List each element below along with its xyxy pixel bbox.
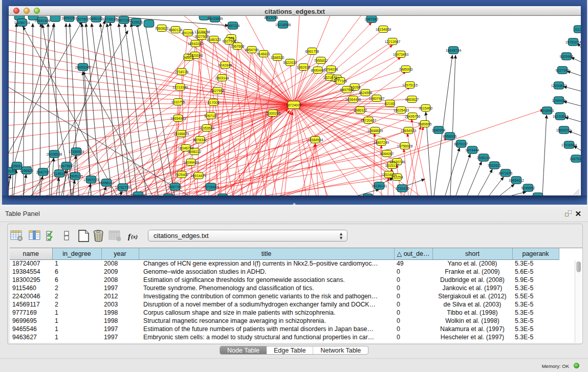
svg-text:11353594: 11353594 xyxy=(199,126,214,130)
svg-text:7986322: 7986322 xyxy=(354,108,367,112)
svg-text:16914479: 16914479 xyxy=(191,174,207,178)
svg-text:114519: 114519 xyxy=(54,172,66,176)
svg-text:16154808: 16154808 xyxy=(376,28,391,31)
svg-text:19166829: 19166829 xyxy=(173,132,189,136)
svg-text:9329966: 9329966 xyxy=(560,55,574,58)
svg-text:8878342: 8878342 xyxy=(193,138,207,142)
svg-text:9457791: 9457791 xyxy=(168,185,182,189)
svg-text:26495756: 26495756 xyxy=(405,115,421,118)
svg-text:16210643: 16210643 xyxy=(553,115,569,118)
svg-text:8471676: 8471676 xyxy=(499,171,513,175)
svg-text:16136141: 16136141 xyxy=(372,184,387,188)
svg-text:15716485: 15716485 xyxy=(203,185,219,189)
svg-text:10688609: 10688609 xyxy=(367,129,383,133)
svg-text:18807249: 18807249 xyxy=(374,141,389,144)
svg-text:15751074: 15751074 xyxy=(565,40,581,44)
svg-text:1244419: 1244419 xyxy=(552,99,566,102)
svg-text:3267110: 3267110 xyxy=(204,114,217,118)
svg-text:1362615: 1362615 xyxy=(297,65,311,69)
svg-text:10654112: 10654112 xyxy=(509,179,524,182)
svg-text:62160: 62160 xyxy=(385,102,395,105)
svg-text:9227342: 9227342 xyxy=(556,69,570,72)
svg-text:12093822: 12093822 xyxy=(551,84,567,87)
svg-text:15692971: 15692971 xyxy=(556,128,572,132)
svg-text:2087682: 2087682 xyxy=(365,17,379,21)
svg-text:20206538: 20206538 xyxy=(47,152,62,156)
svg-text:1527602: 1527602 xyxy=(76,17,90,21)
svg-text:7485003: 7485003 xyxy=(399,68,413,71)
svg-text:7625402: 7625402 xyxy=(175,173,189,177)
svg-text:891295: 891295 xyxy=(182,31,194,35)
svg-text:2942737: 2942737 xyxy=(36,170,50,174)
svg-text:2803144: 2803144 xyxy=(215,76,229,80)
svg-text:9084067: 9084067 xyxy=(380,152,394,156)
svg-text:12905135: 12905135 xyxy=(68,174,83,178)
svg-text:9242848: 9242848 xyxy=(219,63,232,67)
svg-text:8427552: 8427552 xyxy=(211,89,225,93)
svg-text:7632621: 7632621 xyxy=(488,164,502,167)
svg-text:10025433: 10025433 xyxy=(394,108,409,112)
svg-text:7515521: 7515521 xyxy=(129,20,143,24)
svg-text:3624554: 3624554 xyxy=(359,91,373,95)
svg-text:16782759: 16782759 xyxy=(115,186,131,189)
svg-text:12975115: 12975115 xyxy=(402,83,418,87)
svg-text:7663822: 7663822 xyxy=(155,27,169,30)
svg-text:417006: 417006 xyxy=(208,101,220,104)
svg-text:9245652: 9245652 xyxy=(521,186,535,190)
svg-text:9115460: 9115460 xyxy=(419,106,432,110)
svg-text:18724007: 18724007 xyxy=(286,103,302,107)
svg-text:13226058: 13226058 xyxy=(194,30,210,34)
svg-text:2935114: 2935114 xyxy=(477,156,490,160)
svg-text:8454749: 8454749 xyxy=(245,48,259,52)
svg-text:15720407: 15720407 xyxy=(361,119,377,122)
svg-text:17359924: 17359924 xyxy=(69,150,84,154)
svg-text:16120746: 16120746 xyxy=(389,160,405,164)
svg-text:19654923: 19654923 xyxy=(401,129,417,133)
svg-text:20053346: 20053346 xyxy=(75,65,91,69)
svg-text:6879197: 6879197 xyxy=(454,142,468,146)
svg-text:16648784: 16648784 xyxy=(446,49,462,52)
svg-text:8186323: 8186323 xyxy=(207,38,221,41)
svg-text:25300265: 25300265 xyxy=(265,112,281,115)
svg-text:19384554: 19384554 xyxy=(308,138,323,142)
svg-text:6466160: 6466160 xyxy=(90,17,103,20)
svg-text:19218506: 19218506 xyxy=(275,23,291,27)
svg-text:19654983: 19654983 xyxy=(170,117,186,120)
svg-text:10975887: 10975887 xyxy=(59,164,75,168)
svg-text:9327508: 9327508 xyxy=(223,39,236,43)
svg-text:17957223: 17957223 xyxy=(83,178,99,182)
svg-text:8660124: 8660124 xyxy=(169,28,183,32)
svg-text:19756928: 19756928 xyxy=(397,144,413,148)
svg-text:10958107: 10958107 xyxy=(99,181,115,185)
svg-text:12213967: 12213967 xyxy=(385,40,401,43)
svg-text:(x): (x) xyxy=(131,233,138,240)
svg-text:20364436: 20364436 xyxy=(345,98,361,101)
svg-text:20691406: 20691406 xyxy=(35,19,51,23)
svg-text:1733426: 1733426 xyxy=(396,187,409,190)
svg-text:9777169: 9777169 xyxy=(334,79,347,83)
svg-text:8990448: 8990448 xyxy=(311,69,325,72)
svg-text:9689695: 9689695 xyxy=(418,122,432,126)
svg-text:1156829: 1156829 xyxy=(20,169,33,172)
svg-text:252254: 252254 xyxy=(391,176,403,179)
svg-text:10807487: 10807487 xyxy=(369,97,385,100)
svg-text:14099489: 14099489 xyxy=(183,161,199,164)
svg-text:16543382: 16543382 xyxy=(188,42,204,46)
svg-text:1167533: 1167533 xyxy=(570,157,581,161)
svg-text:9463627: 9463627 xyxy=(405,98,419,101)
svg-text:7357224: 7357224 xyxy=(226,24,240,28)
svg-text:39159: 39159 xyxy=(8,169,16,173)
svg-text:17016504: 17016504 xyxy=(561,143,577,147)
svg-text:9474444: 9474444 xyxy=(466,148,480,152)
svg-text:8958926: 8958926 xyxy=(443,135,457,138)
svg-text:8813054: 8813054 xyxy=(265,16,278,19)
svg-text:1640954: 1640954 xyxy=(432,128,446,132)
svg-text:835061: 835061 xyxy=(11,164,23,168)
svg-text:6497568: 6497568 xyxy=(340,88,354,92)
svg-text:9146821: 9146821 xyxy=(257,52,271,56)
svg-text:10653267: 10653267 xyxy=(61,16,77,20)
svg-text:16046758: 16046758 xyxy=(178,146,194,150)
svg-text:12923466: 12923466 xyxy=(130,194,146,196)
svg-text:8215953: 8215953 xyxy=(540,109,554,113)
svg-text:2367608: 2367608 xyxy=(231,45,245,48)
